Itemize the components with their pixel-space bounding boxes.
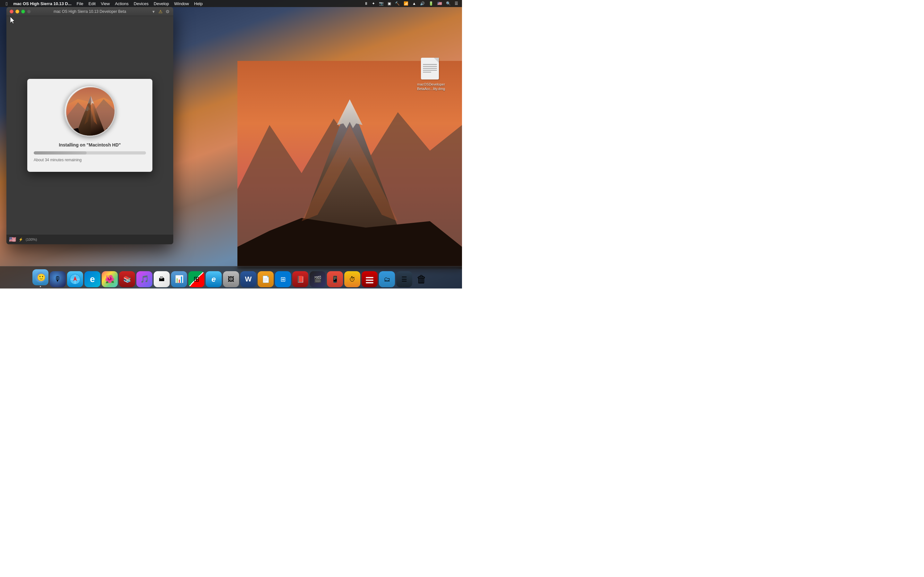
actions-menu[interactable]: Actions (112, 0, 131, 7)
tablet-icon: 📱 (327, 271, 343, 287)
listary-icon: ☰ (396, 271, 412, 287)
vm-titlebar: mac OS High Sierra 10.13 Developer Beta … (6, 7, 173, 16)
dock-item-win10[interactable]: ⊞ (275, 271, 291, 287)
file-menu[interactable]: File (74, 0, 86, 7)
pause-icon[interactable]: ⏸ (363, 1, 369, 6)
file-icon-fold (434, 58, 439, 63)
close-button[interactable] (10, 10, 13, 13)
photos-icon: 🌺 (102, 271, 118, 287)
maximize-button[interactable] (21, 10, 25, 13)
search-icon[interactable]: 🔍 (445, 1, 452, 6)
dropdown-button[interactable]: ▾ (151, 9, 156, 14)
menubar-right: ⏸ ✦ 📷 ▣ 🔨 📶 ▲ 🔊 🔋 🇺🇸 🔍 ☰ (363, 1, 459, 6)
svg-rect-26 (366, 277, 373, 278)
trash-icon: 🗑 (414, 271, 430, 287)
traffic-lights (10, 10, 31, 13)
file-line-2 (423, 66, 437, 67)
airplay-icon[interactable]: ▲ (411, 1, 417, 6)
installer-dialog: Installing on "Macintosh HD" About 34 mi… (27, 79, 152, 172)
finder-dot (40, 286, 41, 287)
dock-item-screenflow[interactable]: 🎬 (310, 271, 326, 287)
inactive-button (27, 10, 31, 13)
progress-bar-container (34, 151, 146, 155)
progress-bar-fill (34, 151, 87, 155)
apple-menu[interactable]:  (3, 0, 11, 7)
finder-icon: 🙂 (32, 269, 48, 285)
app-name-menu[interactable]: mac OS High Sierra 10.13 D... (11, 0, 74, 7)
dock-item-bookends[interactable]: 📚 (119, 271, 135, 287)
siri-icon: 🎙 (50, 271, 66, 287)
bookends-icon: 📚 (119, 271, 135, 287)
dock-item-timing[interactable]: ⏱ (344, 271, 360, 287)
dropbox-icon[interactable]: ✦ (371, 1, 376, 6)
devices-menu[interactable]: Devices (131, 0, 151, 7)
dock-item-safari[interactable] (67, 271, 83, 287)
install-status-text: Installing on "Macintosh HD" (59, 142, 121, 147)
itunes-icon: 🎵 (136, 271, 152, 287)
ie-icon: e (206, 271, 222, 287)
dock-item-ie[interactable]: e (206, 271, 222, 287)
word-icon: W (240, 271, 256, 287)
dock-item-keynote[interactable]: 📊 (171, 271, 187, 287)
warning-button[interactable]: ⚠ (158, 9, 163, 14)
timing-icon: ⏱ (344, 271, 360, 287)
minimize-button[interactable] (15, 10, 19, 13)
dock-item-trash[interactable]: 🗑 (414, 271, 430, 287)
dock-item-preview[interactable]: 🏔 (153, 271, 170, 287)
wifi-icon[interactable]: 📶 (402, 1, 410, 6)
vm-window-title: mac OS High Sierra 10.13 Developer Beta (53, 9, 126, 14)
dock-item-listary[interactable]: ☰ (396, 271, 412, 287)
window-menu[interactable]: Window (172, 0, 192, 7)
safari-icon (67, 271, 83, 287)
file-line-3 (423, 68, 437, 69)
parallels-icon (362, 271, 378, 287)
dmg-file-icon (420, 58, 440, 81)
winstart-icon: ⊞ (188, 271, 204, 287)
dock-item-preview2[interactable]: 🖼 (223, 271, 239, 287)
help-menu[interactable]: Help (192, 0, 205, 7)
time-remaining-text: About 34 minutes remaining (34, 158, 81, 162)
settings-button[interactable]: ⚙ (165, 9, 170, 14)
dock-item-filemanager[interactable]: 🗂 (379, 271, 395, 287)
file-label: macOSDeveloperBetaAcc...lity.dmg (417, 82, 443, 91)
titlebar-actions: ▾ ⚠ ⚙ (151, 9, 170, 14)
file-line-5 (423, 72, 431, 73)
menubar:  mac OS High Sierra 10.13 D... File Edi… (0, 0, 462, 7)
edit-menu[interactable]: Edit (86, 0, 98, 7)
file-icon-lines (423, 64, 437, 73)
preview-icon: 🏔 (153, 271, 170, 287)
acrobat-icon: 📕 (292, 271, 309, 287)
view-menu[interactable]: View (98, 0, 112, 7)
screenflow-icon: 🎬 (310, 271, 326, 287)
desktop-mountain-svg (237, 61, 462, 269)
develop-menu[interactable]: Develop (151, 0, 172, 7)
dock-item-word[interactable]: W (240, 271, 256, 287)
dock-item-acrobat[interactable]: 📕 (292, 271, 309, 287)
svg-rect-28 (366, 282, 373, 284)
dock-item-siri[interactable]: 🎙 (50, 271, 66, 287)
battery-icon[interactable]: 🔋 (427, 1, 435, 6)
file-line-1 (423, 64, 437, 65)
win10-icon: ⊞ (275, 271, 291, 287)
volume-icon[interactable]: 🔊 (419, 1, 426, 6)
preview2-icon: 🖼 (223, 271, 239, 287)
edge-icon: e (84, 271, 100, 287)
dock-item-pages[interactable]: 📄 (258, 271, 274, 287)
dock-item-parallels[interactable] (362, 271, 378, 287)
hammerspoon-icon[interactable]: 🔨 (394, 1, 401, 6)
vm-content: Installing on "Macintosh HD" About 34 mi… (6, 16, 173, 235)
camera-icon[interactable]: 📷 (378, 1, 385, 6)
flag-icon[interactable]: 🇺🇸 (436, 1, 443, 6)
dock-item-tablet[interactable]: 📱 (327, 271, 343, 287)
pages-icon: 📄 (258, 271, 274, 287)
vm-window: mac OS High Sierra 10.13 Developer Beta … (6, 7, 173, 244)
dock-item-finder[interactable]: 🙂 (32, 269, 48, 287)
file-line-4 (423, 70, 437, 71)
display-icon[interactable]: ▣ (386, 1, 393, 6)
dock-item-winstart[interactable]: ⊞ (188, 271, 204, 287)
desktop-file-icon[interactable]: macOSDeveloperBetaAcc...lity.dmg (417, 58, 443, 91)
dock-item-itunes[interactable]: 🎵 (136, 271, 152, 287)
dock-item-edge[interactable]: e (84, 271, 100, 287)
dock-item-photos[interactable]: 🌺 (102, 271, 118, 287)
list-icon[interactable]: ☰ (453, 1, 459, 6)
